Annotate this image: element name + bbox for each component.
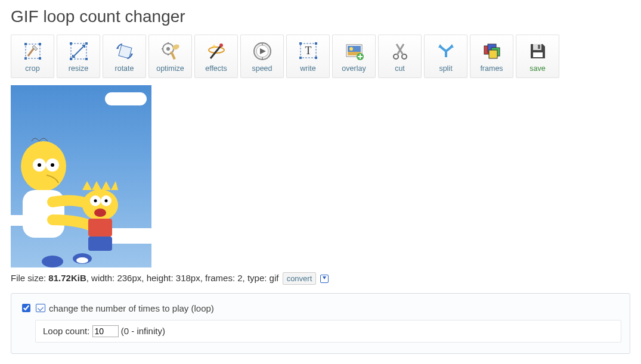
- svg-rect-38: [533, 52, 543, 57]
- page-title: GIF loop count changer: [11, 7, 630, 26]
- loop-count-label: Loop count:: [43, 326, 92, 336]
- crop-button[interactable]: crop: [11, 35, 54, 78]
- speed-button[interactable]: speed: [240, 35, 284, 78]
- overlay-icon: [343, 40, 366, 63]
- optimize-button[interactable]: optimize: [148, 35, 192, 78]
- effects-button[interactable]: effects: [194, 35, 238, 78]
- svg-point-12: [166, 47, 170, 51]
- frames-label: , frames:: [200, 273, 238, 283]
- svg-rect-35: [489, 50, 497, 58]
- loop-hint: (0 - infinity): [119, 326, 165, 336]
- toolbar: crop resize rotate optimize effects spee…: [11, 35, 630, 78]
- height-value: 318px: [176, 273, 200, 283]
- resize-button[interactable]: resize: [57, 35, 100, 78]
- height-label: , height:: [141, 273, 176, 283]
- svg-rect-7: [85, 42, 88, 45]
- svg-rect-9: [85, 58, 88, 60]
- size-label: File size:: [11, 273, 48, 283]
- image-preview: [11, 85, 151, 267]
- svg-rect-22: [299, 57, 302, 59]
- svg-rect-3: [24, 57, 27, 60]
- svg-point-41: [38, 163, 41, 167]
- speed-icon: [251, 40, 274, 63]
- svg-rect-4: [39, 57, 41, 60]
- tool-label: write: [300, 64, 315, 73]
- svg-rect-6: [70, 42, 72, 45]
- resize-icon: [67, 40, 90, 63]
- tool-label: effects: [205, 64, 227, 73]
- tool-label: save: [529, 64, 545, 73]
- frames-icon: [481, 40, 503, 63]
- crop-icon: [21, 40, 44, 63]
- tool-label: optimize: [156, 64, 184, 73]
- effects-icon: [205, 40, 228, 63]
- frames-value: 2: [237, 273, 242, 283]
- split-icon: [435, 40, 457, 63]
- write-icon: T: [297, 40, 320, 63]
- tool-label: resize: [69, 64, 88, 73]
- svg-text:T: T: [305, 45, 311, 57]
- loop-count-input[interactable]: [92, 325, 119, 337]
- tool-label: crop: [25, 64, 39, 73]
- optimize-icon: [159, 40, 182, 63]
- loop-panel-title: change the number of times to play (loop…: [49, 303, 214, 313]
- split-button[interactable]: split: [424, 35, 467, 78]
- cut-icon: [389, 40, 411, 63]
- svg-rect-20: [299, 42, 302, 45]
- width-label: , width:: [86, 273, 117, 283]
- svg-point-49: [105, 200, 108, 203]
- loop-panel: change the number of times to play (loop…: [11, 293, 630, 354]
- frames-button[interactable]: frames: [470, 35, 513, 78]
- svg-rect-1: [24, 43, 27, 45]
- svg-point-54: [42, 256, 63, 267]
- loop-row: Loop count: (0 - infinity): [35, 320, 621, 343]
- svg-rect-51: [88, 219, 112, 237]
- tool-label: speed: [252, 64, 272, 73]
- svg-rect-21: [315, 42, 317, 45]
- loop-checkbox[interactable]: [22, 304, 30, 312]
- size-value: 81.72KiB: [48, 273, 86, 283]
- svg-rect-2: [39, 43, 41, 45]
- type-label: , type:: [243, 273, 270, 283]
- write-button[interactable]: T write: [286, 35, 330, 78]
- cartoon-graphic: [11, 130, 130, 267]
- svg-rect-23: [315, 57, 317, 59]
- tool-label: frames: [480, 64, 503, 73]
- svg-point-47: [94, 200, 97, 203]
- tool-label: split: [439, 64, 452, 73]
- svg-rect-37: [538, 45, 540, 49]
- download-icon[interactable]: [320, 275, 329, 283]
- tool-label: cut: [395, 64, 405, 73]
- rotate-button[interactable]: rotate: [103, 35, 146, 78]
- save-icon: [527, 40, 549, 63]
- rotate-icon: [113, 40, 136, 63]
- overlay-button[interactable]: overlay: [332, 35, 376, 78]
- loop-icon: [36, 304, 45, 312]
- svg-rect-8: [70, 58, 72, 60]
- svg-point-55: [76, 257, 88, 263]
- tool-label: rotate: [115, 64, 134, 73]
- svg-point-50: [94, 209, 106, 217]
- svg-point-43: [51, 163, 54, 167]
- save-button[interactable]: save: [516, 35, 559, 78]
- width-value: 236px: [117, 273, 141, 283]
- convert-button[interactable]: convert: [283, 272, 317, 285]
- svg-point-27: [349, 47, 353, 51]
- file-info: File size: 81.72KiB, width: 236px, heigh…: [11, 272, 630, 285]
- cut-button[interactable]: cut: [378, 35, 422, 78]
- tool-label: overlay: [342, 64, 366, 73]
- type-value: gif: [270, 273, 279, 283]
- svg-point-16: [219, 43, 223, 47]
- svg-rect-52: [88, 237, 112, 251]
